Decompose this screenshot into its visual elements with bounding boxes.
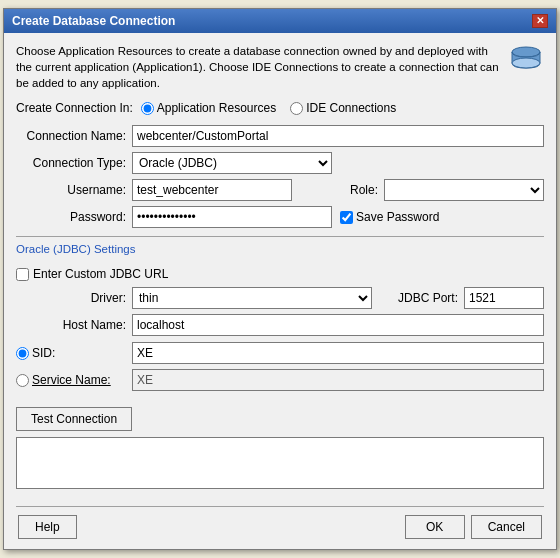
database-icon (508, 43, 544, 79)
create-connection-in-label: Create Connection In: (16, 101, 133, 115)
app-resources-label: Application Resources (157, 101, 276, 115)
test-connection-button[interactable]: Test Connection (16, 407, 132, 431)
sid-section: SID: Service Name: (16, 342, 544, 391)
role-select[interactable] (384, 179, 544, 201)
password-input[interactable] (132, 206, 332, 228)
oracle-jdbc-section-title: Oracle (JDBC) Settings (16, 243, 136, 255)
host-name-input[interactable] (132, 314, 544, 336)
dialog-body: Choose Application Resources to create a… (4, 33, 556, 549)
connection-in-radio-group: Application Resources IDE Connections (141, 101, 396, 115)
bottom-divider (16, 506, 544, 507)
title-bar: Create Database Connection ✕ (4, 9, 556, 33)
connection-name-input[interactable] (132, 125, 544, 147)
ide-connections-radio[interactable] (290, 102, 303, 115)
dialog-title: Create Database Connection (12, 14, 175, 28)
connection-type-select[interactable]: Oracle (JDBC) MySQL PostgreSQL (132, 152, 332, 174)
service-name-radio-label[interactable]: Service Name: (16, 373, 126, 387)
custom-jdbc-label: Enter Custom JDBC URL (33, 267, 168, 281)
ide-connections-label: IDE Connections (306, 101, 396, 115)
custom-jdbc-checkbox[interactable] (16, 268, 29, 281)
info-text: Choose Application Resources to create a… (16, 43, 500, 91)
output-box (16, 437, 544, 489)
cancel-button[interactable]: Cancel (471, 515, 542, 539)
right-buttons: OK Cancel (405, 515, 542, 539)
service-name-input[interactable] (132, 369, 544, 391)
svg-point-1 (512, 58, 540, 68)
main-form-grid: Connection Name: Connection Type: Oracle… (16, 125, 544, 228)
host-name-label: Host Name: (16, 318, 126, 332)
role-label: Role: (298, 183, 378, 197)
oracle-jdbc-section: Oracle (JDBC) Settings Enter Custom JDBC… (16, 236, 544, 391)
sid-input[interactable] (132, 342, 544, 364)
close-button[interactable]: ✕ (532, 14, 548, 28)
save-password-checkbox[interactable] (340, 211, 353, 224)
sid-radio[interactable] (16, 347, 29, 360)
jdbc-port-input[interactable] (464, 287, 544, 309)
driver-select[interactable]: thin oci kprb (132, 287, 372, 309)
username-input[interactable] (132, 179, 292, 201)
password-row: Save Password (132, 206, 544, 228)
password-label: Password: (16, 210, 126, 224)
ide-connections-option[interactable]: IDE Connections (290, 101, 396, 115)
section-separator (16, 236, 544, 237)
sid-label: SID: (32, 346, 55, 360)
service-name-label: Service Name: (32, 373, 111, 387)
info-section: Choose Application Resources to create a… (16, 43, 544, 91)
bottom-buttons: Help OK Cancel (16, 515, 544, 539)
custom-jdbc-row: Enter Custom JDBC URL (16, 267, 544, 281)
create-connection-in-row: Create Connection In: Application Resour… (16, 101, 544, 115)
save-password-text: Save Password (356, 210, 439, 224)
driver-label: Driver: (16, 291, 126, 305)
connection-type-label: Connection Type: (16, 156, 126, 170)
create-db-connection-dialog: Create Database Connection ✕ Choose Appl… (3, 8, 557, 550)
service-name-radio[interactable] (16, 374, 29, 387)
app-resources-radio[interactable] (141, 102, 154, 115)
app-resources-option[interactable]: Application Resources (141, 101, 276, 115)
username-label: Username: (16, 183, 126, 197)
ok-button[interactable]: OK (405, 515, 465, 539)
help-button[interactable]: Help (18, 515, 77, 539)
jdbc-grid: Driver: thin oci kprb JDBC Port: Host Na… (16, 287, 544, 336)
connection-name-label: Connection Name: (16, 129, 126, 143)
save-password-label[interactable]: Save Password (340, 210, 439, 224)
sid-radio-label[interactable]: SID: (16, 346, 126, 360)
jdbc-port-label: JDBC Port: (378, 291, 458, 305)
